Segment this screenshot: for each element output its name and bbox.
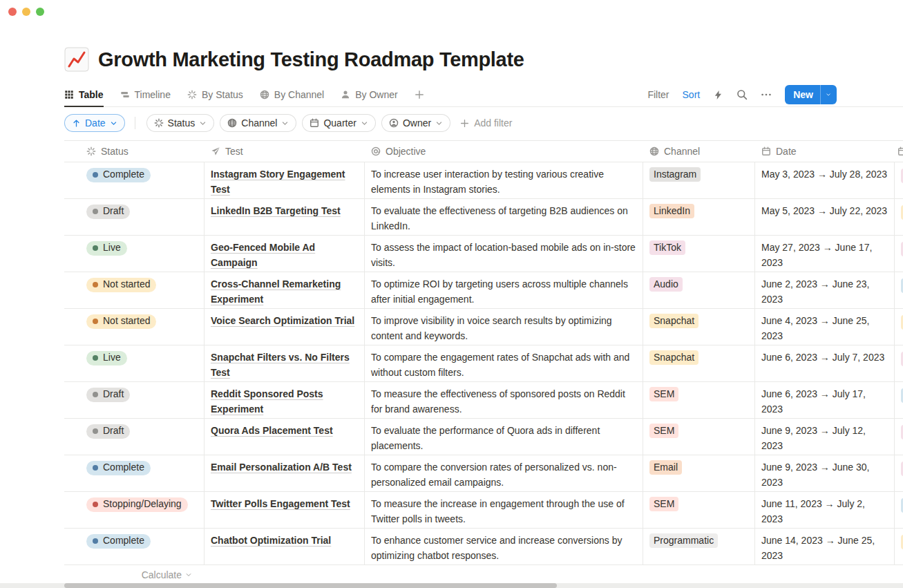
cell-status[interactable]: Draft [64, 382, 205, 418]
cell-quarter-partial[interactable] [895, 272, 903, 308]
cell-objective[interactable]: To optimize ROI by targeting users acros… [365, 272, 643, 308]
sort-button[interactable]: Sort [683, 89, 701, 100]
test-page-link[interactable]: Cross-Channel Remarketing Experiment [211, 278, 341, 305]
cell-objective[interactable]: To evaluate the performance of Quora ads… [365, 419, 643, 455]
test-page-link[interactable]: LinkedIn B2B Targeting Test [211, 205, 341, 216]
cell-date[interactable]: May 27, 2023 → June 17, 2023 [755, 236, 895, 272]
cell-test[interactable]: Twitter Polls Engagement Test [205, 492, 365, 528]
filter-pill-status[interactable]: Status [146, 114, 215, 132]
cell-test[interactable]: Chatbot Optimization Trial [205, 529, 365, 565]
cell-objective[interactable]: To assess the impact of location-based m… [365, 236, 643, 272]
cell-quarter-partial[interactable] [895, 419, 903, 455]
tab-table[interactable]: Table [64, 84, 104, 107]
column-header-peek[interactable] [895, 141, 903, 162]
tab-by-status[interactable]: By Status [187, 83, 243, 106]
cell-objective[interactable]: To measure the effectiveness of sponsore… [365, 382, 643, 418]
test-page-link[interactable]: Twitter Polls Engagement Test [211, 498, 350, 509]
page-title[interactable]: Growth Marketing Testing Roadmap Templat… [98, 48, 524, 71]
cell-date[interactable]: June 6, 2023 → July 7, 2023 [755, 345, 895, 381]
cell-objective[interactable]: To increase user interaction by testing … [365, 162, 643, 198]
cell-channel[interactable]: Snapchat [643, 345, 755, 381]
cell-date[interactable]: June 9, 2023 → July 12, 2023 [755, 419, 895, 455]
chevron-down-icon[interactable] [820, 85, 837, 104]
column-header-test[interactable]: Test [205, 141, 365, 162]
test-page-link[interactable]: Instagram Story Engagement Test [211, 169, 345, 195]
cell-status[interactable]: Draft [64, 419, 205, 455]
cell-status[interactable]: Complete [64, 162, 205, 198]
cell-status[interactable]: Not started [64, 272, 205, 308]
cell-test[interactable]: Voice Search Optimization Trial [205, 309, 365, 345]
test-page-link[interactable]: Geo-Fenced Mobile Ad Campaign [211, 242, 315, 268]
add-view-button[interactable] [415, 83, 424, 106]
cell-test[interactable]: Email Personalization A/B Test [205, 455, 365, 491]
cell-channel[interactable]: Programmatic [643, 529, 755, 565]
cell-objective[interactable]: To enhance customer service and increase… [365, 529, 643, 565]
filter-pill-channel[interactable]: Channel [220, 114, 296, 132]
cell-date[interactable]: June 9, 2023 → June 30, 2023 [755, 455, 895, 491]
cell-status[interactable]: Live [64, 345, 205, 381]
cell-status[interactable]: Complete [64, 529, 205, 565]
cell-date[interactable]: June 2, 2023 → June 23, 2023 [755, 272, 895, 308]
cell-channel[interactable]: Instagram [643, 162, 755, 198]
bolt-icon[interactable] [713, 90, 723, 100]
cell-channel[interactable]: TikTok [643, 236, 755, 272]
cell-status[interactable]: Draft [64, 199, 205, 235]
cell-channel[interactable]: LinkedIn [643, 199, 755, 235]
filter-button[interactable]: Filter [647, 89, 669, 100]
close-window-button[interactable] [8, 8, 17, 16]
test-page-link[interactable]: Email Personalization A/B Test [211, 462, 352, 473]
cell-quarter-partial[interactable] [895, 236, 903, 272]
tab-by-channel[interactable]: By Channel [260, 83, 324, 106]
cell-test[interactable]: Quora Ads Placement Test [205, 419, 365, 455]
cell-channel[interactable]: SEM [643, 382, 755, 418]
cell-date[interactable]: May 5, 2023 → July 22, 2023 [755, 199, 895, 235]
cell-test[interactable]: Reddit Sponsored Posts Experiment [205, 382, 365, 418]
tab-by-owner[interactable]: By Owner [341, 83, 397, 106]
cell-quarter-partial[interactable] [895, 382, 903, 418]
add-filter-button[interactable]: Add filter [460, 117, 512, 129]
test-page-link[interactable]: Snapchat Filters vs. No Filters Test [211, 352, 350, 378]
cell-date[interactable]: June 11, 2023 → July 2, 2023 [755, 492, 895, 528]
cell-date[interactable]: June 14, 2023 → June 25, 2023 [755, 529, 895, 565]
minimize-window-button[interactable] [22, 8, 30, 16]
column-header-date[interactable]: Date [755, 141, 895, 162]
filter-pill-quarter[interactable]: Quarter [302, 114, 375, 132]
zoom-window-button[interactable] [36, 8, 44, 16]
cell-objective[interactable]: To measure the increase in engagement th… [365, 492, 643, 528]
cell-status[interactable]: Complete [64, 455, 205, 491]
cell-objective[interactable]: To compare the conversion rates of perso… [365, 455, 643, 491]
test-page-link[interactable]: Quora Ads Placement Test [211, 425, 333, 436]
filter-pill-owner[interactable]: Owner [381, 114, 450, 132]
cell-quarter-partial[interactable] [895, 492, 903, 528]
cell-channel[interactable]: Email [643, 455, 755, 491]
cell-status[interactable]: Not started [64, 309, 205, 345]
cell-quarter-partial[interactable] [895, 162, 903, 198]
test-page-link[interactable]: Reddit Sponsored Posts Experiment [211, 388, 323, 415]
cell-date[interactable]: June 4, 2023 → June 25, 2023 [755, 309, 895, 345]
cell-test[interactable]: LinkedIn B2B Targeting Test [205, 199, 365, 235]
test-page-link[interactable]: Voice Search Optimization Trial [211, 315, 354, 326]
scrollbar-thumb[interactable] [64, 583, 557, 588]
cell-test[interactable]: Cross-Channel Remarketing Experiment [205, 272, 365, 308]
cell-quarter-partial[interactable] [895, 309, 903, 345]
cell-date[interactable]: June 6, 2023 → July 17, 2023 [755, 382, 895, 418]
cell-quarter-partial[interactable] [895, 345, 903, 381]
cell-channel[interactable]: SEM [643, 492, 755, 528]
column-header-channel[interactable]: Channel [643, 141, 755, 162]
cell-status[interactable]: Stopping/Delaying [64, 492, 205, 528]
cell-test[interactable]: Instagram Story Engagement Test [205, 162, 365, 198]
cell-channel[interactable]: Snapchat [643, 309, 755, 345]
column-header-objective[interactable]: Objective [365, 141, 643, 162]
cell-date[interactable]: May 3, 2023 → July 28, 2023 [755, 162, 895, 198]
chart-increasing-icon[interactable] [64, 47, 89, 72]
cell-quarter-partial[interactable] [895, 529, 903, 565]
cell-channel[interactable]: SEM [643, 419, 755, 455]
column-header-status[interactable]: Status [64, 141, 205, 162]
cell-quarter-partial[interactable] [895, 199, 903, 235]
calculate-row[interactable]: Calculate [64, 565, 205, 585]
sort-pill-date[interactable]: Date [64, 114, 125, 132]
test-page-link[interactable]: Chatbot Optimization Trial [211, 535, 331, 546]
cell-objective[interactable]: To evaluate the effectiveness of targeti… [365, 199, 643, 235]
more-icon[interactable] [761, 89, 772, 100]
cell-quarter-partial[interactable] [895, 455, 903, 491]
